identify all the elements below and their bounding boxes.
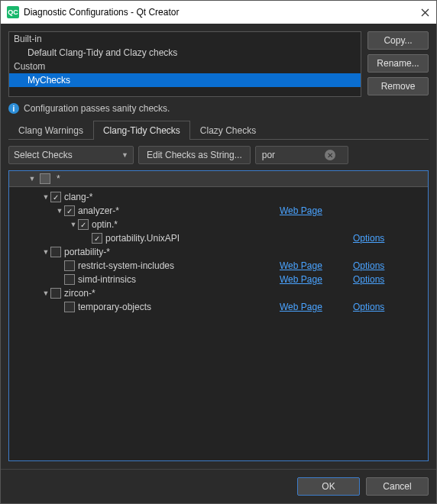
tree-body: ▼clang-*▼analyzer-*Web Page▼optin.*porta… bbox=[9, 187, 428, 317]
check-label: zircon-* bbox=[64, 288, 95, 299]
twisty-spacer bbox=[83, 234, 92, 243]
tree-row[interactable]: ▼portability-* bbox=[9, 245, 428, 259]
tree-row[interactable]: ▼optin.* bbox=[9, 218, 428, 231]
dialog-window: QC Diagnostic Configurations - Qt Creato… bbox=[0, 0, 437, 504]
chevron-down-icon: ▼ bbox=[121, 151, 128, 159]
tab-bar: Clang Warnings Clang-Tidy Checks Clazy C… bbox=[8, 120, 429, 140]
titlebar: QC Diagnostic Configurations - Qt Creato… bbox=[1, 1, 436, 24]
web-page-link[interactable]: Web Page bbox=[280, 302, 322, 312]
check-checkbox[interactable] bbox=[50, 288, 61, 299]
side-buttons: Copy... Rename... Remove bbox=[367, 31, 429, 97]
tree-row[interactable]: ▼analyzer-*Web Page bbox=[9, 204, 428, 218]
window-title: Diagnostic Configurations - Qt Creator bbox=[24, 7, 415, 18]
tree-row[interactable]: portability.UnixAPIOptions bbox=[9, 231, 428, 245]
tree-row[interactable]: temporary-objectsWeb PageOptions bbox=[9, 300, 428, 314]
config-group-custom: Custom bbox=[9, 60, 361, 73]
check-checkbox[interactable] bbox=[92, 233, 102, 244]
options-link[interactable]: Options bbox=[353, 302, 384, 312]
config-item-builtin-0[interactable]: Default Clang-Tidy and Clazy checks bbox=[9, 46, 361, 60]
check-label: optin.* bbox=[92, 219, 118, 230]
select-checks-label: Select Checks bbox=[14, 150, 73, 160]
expand-collapse-icon[interactable]: ▼ bbox=[41, 247, 50, 257]
options-link[interactable]: Options bbox=[353, 233, 384, 244]
ok-button[interactable]: OK bbox=[297, 477, 360, 496]
check-label: clang-* bbox=[64, 192, 92, 202]
tab-clang-tidy[interactable]: Clang-Tidy Checks bbox=[93, 121, 190, 140]
clear-filter-icon[interactable]: ✕ bbox=[325, 150, 335, 160]
tree-header-label: * bbox=[57, 173, 60, 184]
cancel-button[interactable]: Cancel bbox=[366, 477, 429, 496]
check-label: portability-* bbox=[64, 247, 110, 257]
check-label: temporary-objects bbox=[78, 302, 151, 312]
tree-row[interactable]: simd-intrinsicsWeb PageOptions bbox=[9, 273, 428, 286]
dialog-footer: OK Cancel bbox=[1, 469, 436, 503]
tree-row[interactable]: ▼clang-* bbox=[9, 190, 428, 204]
check-label: analyzer-* bbox=[78, 205, 119, 216]
tree-collapse-all-icon[interactable]: ▼ bbox=[28, 174, 37, 183]
web-page-link[interactable]: Web Page bbox=[280, 205, 322, 216]
expand-collapse-icon[interactable]: ▼ bbox=[41, 192, 50, 202]
toolbar: Select Checks ▼ Edit Checks as String...… bbox=[8, 146, 429, 164]
select-checks-combo[interactable]: Select Checks ▼ bbox=[8, 146, 134, 164]
check-checkbox[interactable] bbox=[64, 205, 75, 216]
config-list[interactable]: Built-in Default Clang-Tidy and Clazy ch… bbox=[8, 31, 361, 97]
close-icon[interactable] bbox=[419, 7, 430, 18]
tab-clang-warnings[interactable]: Clang Warnings bbox=[8, 121, 93, 140]
check-checkbox[interactable] bbox=[78, 219, 89, 230]
check-checkbox[interactable] bbox=[50, 192, 61, 202]
tree-select-all-checkbox[interactable] bbox=[40, 173, 50, 184]
tree-row[interactable]: ▼zircon-* bbox=[9, 286, 428, 300]
options-link[interactable]: Options bbox=[353, 274, 384, 285]
top-row: Built-in Default Clang-Tidy and Clazy ch… bbox=[8, 31, 429, 97]
twisty-spacer bbox=[55, 261, 64, 270]
config-item-custom-0[interactable]: MyChecks bbox=[9, 73, 361, 87]
check-label: portability.UnixAPI bbox=[105, 233, 180, 244]
config-group-builtin: Built-in bbox=[9, 32, 361, 46]
dialog-body: Built-in Default Clang-Tidy and Clazy ch… bbox=[1, 24, 436, 469]
check-checkbox[interactable] bbox=[64, 274, 75, 285]
remove-button[interactable]: Remove bbox=[367, 77, 429, 95]
checks-tree[interactable]: ▼ * ▼clang-*▼analyzer-*Web Page▼optin.*p… bbox=[8, 170, 429, 461]
edit-checks-as-string-button[interactable]: Edit Checks as String... bbox=[138, 146, 251, 164]
check-checkbox[interactable] bbox=[64, 260, 75, 271]
expand-collapse-icon[interactable]: ▼ bbox=[55, 206, 64, 215]
expand-collapse-icon[interactable]: ▼ bbox=[69, 220, 78, 229]
twisty-spacer bbox=[55, 275, 64, 284]
check-checkbox[interactable] bbox=[64, 302, 75, 312]
copy-button[interactable]: Copy... bbox=[367, 31, 429, 50]
check-label: simd-intrinsics bbox=[78, 274, 136, 285]
sanity-text: Configuration passes sanity checks. bbox=[24, 103, 170, 114]
tree-header[interactable]: ▼ * bbox=[9, 171, 428, 187]
app-logo: QC bbox=[7, 6, 19, 18]
twisty-spacer bbox=[55, 302, 64, 312]
info-icon: i bbox=[8, 103, 19, 114]
tab-clazy[interactable]: Clazy Checks bbox=[190, 121, 266, 140]
check-checkbox[interactable] bbox=[50, 247, 61, 257]
options-link[interactable]: Options bbox=[353, 260, 384, 271]
sanity-message: i Configuration passes sanity checks. bbox=[8, 103, 429, 114]
filter-field[interactable]: ✕ bbox=[255, 146, 348, 164]
check-label: restrict-system-includes bbox=[78, 260, 174, 271]
tree-row[interactable]: restrict-system-includesWeb PageOptions bbox=[9, 259, 428, 273]
web-page-link[interactable]: Web Page bbox=[280, 260, 322, 271]
web-page-link[interactable]: Web Page bbox=[280, 274, 322, 285]
expand-collapse-icon[interactable]: ▼ bbox=[41, 289, 50, 298]
rename-button[interactable]: Rename... bbox=[367, 54, 429, 73]
filter-input[interactable] bbox=[261, 149, 325, 161]
